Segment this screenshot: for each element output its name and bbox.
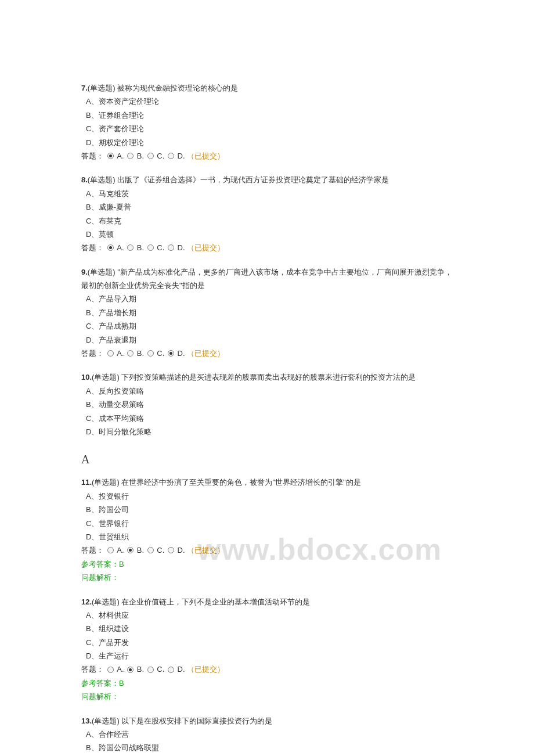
option-a: A、马克维茨 <box>81 187 453 200</box>
question-text: 12.(单选题) 在企业价值链上，下列不是企业的基本增值活动环节的是 <box>81 595 453 609</box>
option-d: D、莫顿 <box>81 228 453 241</box>
radio-b[interactable] <box>127 350 134 357</box>
standalone-answer-letter: A <box>81 449 453 470</box>
option-d: D、产品衰退期 <box>81 333 453 347</box>
question-text: 7.(单选题) 被称为现代金融投资理论的核心的是 <box>81 81 453 95</box>
question-number: 13. <box>81 717 92 725</box>
explanation-label: 问题解析： <box>81 571 453 584</box>
question-10: 10.(单选题) 下列投资策略描述的是买进表现差的股票而卖出表现好的股票来进行套… <box>81 370 453 438</box>
opt-label-a: A. <box>117 665 124 674</box>
question-7: 7.(单选题) 被称为现代金融投资理论的核心的是 A、资本资产定价理论 B、证券… <box>81 81 453 163</box>
option-b: B、威廉-夏普 <box>81 200 453 214</box>
radio-c[interactable] <box>147 350 154 357</box>
question-number: 12. <box>81 597 92 606</box>
option-c: C、布莱克 <box>81 214 453 228</box>
page-container: www.bdocx.com 7.(单选题) 被称为现代金融投资理论的核心的是 A… <box>81 81 453 756</box>
question-body: 在世界经济中扮演了至关重要的角色，被誉为"世界经济增长的引擎"的是 <box>121 478 360 487</box>
question-body: 被称为现代金融投资理论的核心的是 <box>117 84 238 92</box>
radio-a[interactable] <box>107 350 114 357</box>
radio-c[interactable] <box>147 547 154 553</box>
radio-a[interactable] <box>107 547 114 553</box>
question-number: 10. <box>81 373 92 381</box>
option-b: B、跨国公司 <box>81 503 453 516</box>
answer-label: 答题： <box>81 243 104 252</box>
opt-label-a: A. <box>117 349 124 358</box>
submitted-label: （已提交） <box>187 243 225 252</box>
question-type: (单选题) <box>92 373 120 381</box>
option-b: B、产品增长期 <box>81 306 453 319</box>
radio-d[interactable] <box>168 667 174 673</box>
question-body: 在企业价值链上，下列不是企业的基本增值活动环节的是 <box>121 597 310 606</box>
opt-label-c: C. <box>157 349 164 358</box>
opt-label-a: A. <box>117 152 124 160</box>
option-a: A、材料供应 <box>81 609 453 622</box>
radio-b[interactable] <box>127 153 134 159</box>
option-c: C、产品开发 <box>81 636 453 649</box>
question-8: 8.(单选题) 出版了《证券组合选择》一书，为现代西方证券投资理论奠定了基础的经… <box>81 173 453 254</box>
opt-label-c: C. <box>157 243 164 252</box>
opt-label-c: C. <box>157 665 164 674</box>
option-c: C、产品成熟期 <box>81 319 453 333</box>
question-type: (单选题) <box>92 717 120 725</box>
radio-c[interactable] <box>147 153 154 159</box>
radio-d[interactable] <box>168 153 174 159</box>
radio-d[interactable] <box>168 547 174 553</box>
opt-label-c: C. <box>157 546 164 555</box>
option-a: A、产品导入期 <box>81 292 453 305</box>
question-number: 8. <box>81 175 88 184</box>
reference-answer: 参考答案：B <box>81 676 453 690</box>
opt-label-d: D. <box>178 665 185 674</box>
opt-label-b: B. <box>137 349 144 358</box>
opt-label-b: B. <box>137 665 144 674</box>
option-b: B、跨国公司战略联盟 <box>81 741 453 754</box>
radio-a[interactable] <box>107 153 114 159</box>
opt-label-a: A. <box>117 243 124 252</box>
question-text: 10.(单选题) 下列投资策略描述的是买进表现差的股票而卖出表现好的股票来进行套… <box>81 370 453 384</box>
question-9: 9.(单选题) "新产品成为标准化产品，更多的厂商进入该市场，成本在竞争中占主要… <box>81 265 453 361</box>
radio-d[interactable] <box>168 350 174 357</box>
question-text: 8.(单选题) 出版了《证券组合选择》一书，为现代西方证券投资理论奠定了基础的经… <box>81 173 453 186</box>
submitted-label: （已提交） <box>187 152 225 160</box>
answer-row: 答题： A. B. C. D. （已提交） <box>81 347 453 360</box>
opt-label-b: B. <box>137 152 144 160</box>
question-11: 11.(单选题) 在世界经济中扮演了至关重要的角色，被誉为"世界经济增长的引擎"… <box>81 476 453 584</box>
option-c: C、世界银行 <box>81 517 453 530</box>
question-text: 11.(单选题) 在世界经济中扮演了至关重要的角色，被誉为"世界经济增长的引擎"… <box>81 476 453 489</box>
radio-d[interactable] <box>168 244 174 251</box>
radio-b[interactable] <box>127 547 134 553</box>
question-13: 13.(单选题) 以下是在股权安排下的国际直接投资行为的是 A、合作经营 B、跨… <box>81 714 453 756</box>
reference-answer: 参考答案：B <box>81 557 453 571</box>
answer-row: 答题： A. B. C. D. （已提交） <box>81 241 453 254</box>
explanation-label: 问题解析： <box>81 690 453 703</box>
radio-b[interactable] <box>127 244 134 251</box>
opt-label-c: C. <box>157 152 164 160</box>
opt-label-d: D. <box>178 349 185 358</box>
question-number: 11. <box>81 478 92 487</box>
option-d: D、生产运行 <box>81 649 453 663</box>
answer-label: 答题： <box>81 152 104 160</box>
radio-b[interactable] <box>127 667 134 673</box>
opt-label-b: B. <box>137 243 144 252</box>
question-type: (单选题) <box>88 175 116 184</box>
option-b: B、组织建设 <box>81 622 453 635</box>
question-body: 出版了《证券组合选择》一书，为现代西方证券投资理论奠定了基础的经济学家是 <box>117 175 389 184</box>
option-b: B、动量交易策略 <box>81 398 453 411</box>
radio-a[interactable] <box>107 667 114 673</box>
question-body: 下列投资策略描述的是买进表现差的股票而卖出表现好的股票来进行套利的投资方法的是 <box>121 373 416 381</box>
submitted-label: （已提交） <box>187 665 225 674</box>
question-body: "新产品成为标准化产品，更多的厂商进入该市场，成本在竞争中占主要地位，厂商间展开… <box>81 268 452 290</box>
option-d: D、期权定价理论 <box>81 136 453 149</box>
opt-label-d: D. <box>178 546 185 555</box>
submitted-label: （已提交） <box>187 546 225 555</box>
option-b: B、证券组合理论 <box>81 109 453 122</box>
radio-c[interactable] <box>147 667 154 673</box>
answer-row: 答题： A. B. C. D. （已提交） <box>81 149 453 163</box>
submitted-label: （已提交） <box>187 349 225 358</box>
option-c: C、成本平均策略 <box>81 412 453 425</box>
answer-label: 答题： <box>81 349 104 358</box>
answer-label: 答题： <box>81 665 104 674</box>
opt-label-d: D. <box>178 243 185 252</box>
radio-a[interactable] <box>107 244 114 251</box>
radio-c[interactable] <box>147 244 154 251</box>
option-c: C、资产套价理论 <box>81 122 453 135</box>
